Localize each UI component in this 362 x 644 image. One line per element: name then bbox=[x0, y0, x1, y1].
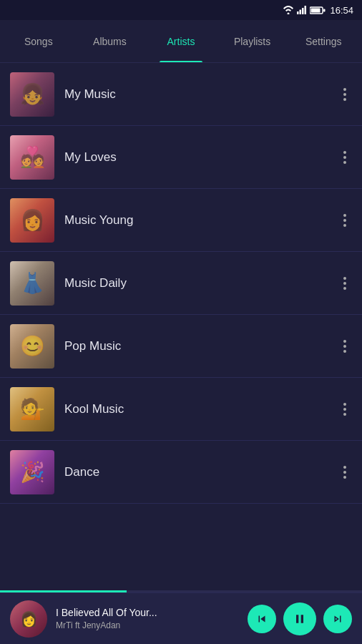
playlist-thumb: 👧 bbox=[10, 72, 54, 117]
svg-rect-5 bbox=[311, 8, 321, 12]
rewind-icon bbox=[255, 613, 268, 625]
playlist-name: Kool Music bbox=[64, 402, 328, 416]
list-item[interactable]: 💑 My Loves bbox=[0, 126, 362, 189]
tab-albums[interactable]: Albums bbox=[74, 20, 146, 62]
playlist-info: Kool Music bbox=[54, 402, 338, 416]
scroll-progress bbox=[0, 590, 127, 592]
playlist-name: My Music bbox=[64, 87, 328, 102]
list-item[interactable]: 👩 Music Young bbox=[0, 189, 362, 252]
now-playing-bar: 👩 I Believed All Of Your... MrTi ft Jeny… bbox=[0, 592, 362, 644]
list-item[interactable]: 🎉 Dance bbox=[0, 441, 362, 504]
more-button[interactable] bbox=[338, 271, 352, 296]
more-button[interactable] bbox=[338, 82, 352, 107]
status-time: 16:54 bbox=[330, 5, 353, 16]
playlist-thumb: 👩 bbox=[10, 198, 54, 243]
more-button[interactable] bbox=[338, 460, 352, 484]
playlist-info: My Loves bbox=[54, 150, 338, 165]
playlist-thumb: 💁 bbox=[10, 387, 54, 431]
more-button[interactable] bbox=[338, 208, 352, 233]
svg-rect-6 bbox=[323, 9, 326, 11]
tab-settings[interactable]: Settings bbox=[288, 20, 359, 62]
more-button[interactable] bbox=[338, 334, 352, 358]
pause-icon bbox=[293, 612, 307, 626]
scroll-indicator bbox=[0, 590, 362, 592]
wifi-icon bbox=[283, 6, 294, 14]
signal-icon bbox=[297, 6, 307, 14]
playlist-info: Music Young bbox=[54, 213, 338, 228]
playlist-thumb: 👗 bbox=[10, 261, 54, 306]
playlist-info: My Music bbox=[54, 87, 338, 102]
now-playing-title: I Believed All Of Your... bbox=[56, 607, 239, 618]
tab-artists[interactable]: Artists bbox=[145, 20, 217, 62]
now-playing-thumb: 👩 bbox=[10, 600, 47, 638]
playlist-name: Dance bbox=[64, 465, 328, 479]
playlist-thumb: 🎉 bbox=[10, 450, 54, 494]
playlist-thumb: 💑 bbox=[10, 135, 54, 180]
tab-playlists[interactable]: Playlists bbox=[217, 20, 288, 62]
fast-forward-icon bbox=[331, 613, 344, 625]
playlist-name: Music Young bbox=[64, 213, 328, 228]
playlist-info: Dance bbox=[54, 465, 338, 479]
svg-rect-3 bbox=[305, 6, 307, 14]
battery-icon bbox=[310, 6, 326, 14]
list-item[interactable]: 👧 My Music bbox=[0, 63, 362, 126]
status-icons bbox=[283, 6, 326, 14]
playlist-info: Pop Music bbox=[54, 339, 338, 353]
nav-tabs: Songs Albums Artists Playlists Settings bbox=[0, 20, 362, 63]
fast-forward-button[interactable] bbox=[323, 605, 352, 633]
playlist-name: Music Daily bbox=[64, 276, 328, 291]
list-item[interactable]: 😊 Pop Music bbox=[0, 315, 362, 378]
list-item[interactable]: 💁 Kool Music bbox=[0, 378, 362, 441]
now-playing-artist: MrTi ft JenyAdan bbox=[56, 620, 239, 630]
status-bar: 16:54 bbox=[0, 0, 362, 20]
now-playing-info: I Believed All Of Your... MrTi ft JenyAd… bbox=[56, 607, 239, 630]
rewind-button[interactable] bbox=[248, 605, 276, 633]
tab-songs[interactable]: Songs bbox=[3, 20, 74, 62]
playlist-name: Pop Music bbox=[64, 339, 328, 353]
svg-rect-2 bbox=[302, 8, 304, 14]
playback-controls bbox=[248, 602, 352, 635]
playlist-thumb: 😊 bbox=[10, 324, 54, 369]
playlist-list: 👧 My Music 💑 My Loves 👩 Music Young bbox=[0, 63, 362, 590]
pause-button[interactable] bbox=[283, 602, 316, 635]
more-button[interactable] bbox=[338, 145, 352, 170]
svg-rect-1 bbox=[300, 10, 302, 15]
list-item[interactable]: 👗 Music Daily bbox=[0, 252, 362, 315]
svg-rect-0 bbox=[297, 11, 299, 14]
playlist-name: My Loves bbox=[64, 150, 328, 165]
playlist-info: Music Daily bbox=[54, 276, 338, 291]
more-button[interactable] bbox=[338, 397, 352, 421]
